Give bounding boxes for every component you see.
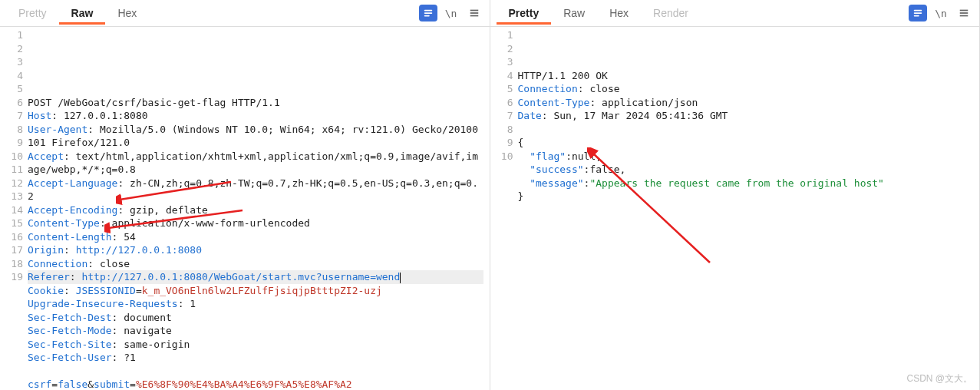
tab-hex[interactable]: Hex	[597, 2, 641, 25]
code-token: : document	[112, 312, 172, 323]
response-code[interactable]: HTTP/1.1 200 OKConnection: closeContent-…	[518, 28, 980, 390]
code-line[interactable]: Date: Sun, 17 Mar 2024 05:41:36 GMT	[518, 109, 974, 123]
code-token: : Sun, 17 Mar 2024 05:41:36 GMT	[542, 110, 728, 121]
code-line[interactable]: Sec-Fetch-User: ?1	[28, 351, 483, 365]
code-line[interactable]: csrf=false&submit=%E6%8F%90%E4%BA%A4%E6%…	[28, 378, 483, 390]
svg-rect-13	[960, 15, 968, 17]
line-number: 8	[490, 123, 513, 137]
code-token: =	[51, 378, 58, 390]
svg-rect-1	[424, 12, 432, 14]
code-token: : 54	[112, 231, 136, 243]
tab-pretty[interactable]: Pretty	[497, 2, 552, 25]
code-line[interactable]	[28, 365, 483, 378]
request-code[interactable]: POST /WebGoat/csrf/basic-get-flag HTTP/1…	[28, 28, 490, 390]
hamburger-icon[interactable]	[465, 5, 483, 21]
code-token: : navigate	[112, 325, 172, 336]
code-token: Content-Type	[518, 97, 590, 108]
tab-raw[interactable]: Raw	[551, 2, 597, 25]
line-number: 4	[490, 69, 513, 83]
code-line[interactable]: Connection: close	[518, 82, 974, 96]
code-token: : text/html,application/xhtml+xml,applic…	[28, 150, 478, 176]
code-line[interactable]: Host: 127.0.0.1:8080	[28, 109, 483, 123]
code-line[interactable]: Sec-Fetch-Mode: navigate	[28, 324, 483, 338]
response-editor[interactable]: 12345678910 HTTP/1.1 200 OKConnection: c…	[490, 27, 980, 390]
code-token: POST /WebGoat/csrf/basic-get-flag HTTP/1…	[28, 97, 280, 108]
code-line[interactable]	[518, 123, 974, 137]
code-token: Connection	[28, 258, 87, 269]
line-number: 4	[0, 69, 23, 83]
code-token: false	[589, 164, 619, 175]
text-cursor	[400, 273, 401, 283]
code-line[interactable]: "message":"Appears the request came from…	[518, 177, 974, 190]
code-line[interactable]: User-Agent: Mozilla/5.0 (Windows NT 10.0…	[28, 123, 483, 150]
code-line[interactable]: Sec-Fetch-Site: same-origin	[28, 338, 483, 352]
hamburger-icon[interactable]	[955, 5, 973, 21]
line-number: 12	[0, 177, 23, 190]
line-number: 10	[0, 150, 23, 164]
code-token: }	[518, 190, 524, 202]
code-line[interactable]: Content-Type: application/json	[518, 96, 974, 110]
code-line[interactable]: Referer: http://127.0.0.1:8080/WebGoat/s…	[28, 270, 483, 284]
line-number: 5	[0, 82, 23, 96]
code-line[interactable]: Sec-Fetch-Dest: document	[28, 311, 483, 325]
svg-rect-12	[960, 12, 968, 14]
tab-pretty[interactable]: Pretty	[6, 2, 59, 25]
line-number: 11	[0, 163, 23, 177]
code-token: : 127.0.0.1:8080	[51, 110, 147, 121]
response-gutter: 12345678910	[490, 28, 518, 390]
newline-toggle-icon[interactable]: \n	[442, 5, 460, 21]
code-token: Referer	[28, 271, 70, 283]
code-line[interactable]: Accept: text/html,application/xhtml+xml,…	[28, 150, 483, 177]
code-line[interactable]: {	[518, 136, 974, 150]
svg-rect-9	[914, 12, 922, 14]
tab-raw[interactable]: Raw	[59, 2, 106, 25]
code-line[interactable]: Cookie: JSESSIONID=k_m_VO6nEln6lw2LFZulf…	[28, 284, 483, 298]
code-line[interactable]: "flag":null,	[518, 150, 974, 164]
code-token: ,	[620, 164, 626, 175]
code-line[interactable]: POST /WebGoat/csrf/basic-get-flag HTTP/1…	[28, 96, 483, 110]
line-number: 9	[0, 136, 23, 150]
watermark: CSDN @文大。	[906, 372, 972, 385]
request-pane: Pretty Raw Hex \n 1234567891011121314151…	[0, 0, 490, 390]
line-number: 1	[0, 28, 23, 42]
code-token: : application/json	[589, 97, 698, 108]
code-token: : Mozilla/5.0 (Windows NT 10.0; Win64; x…	[28, 124, 478, 149]
code-token: Cookie	[28, 285, 64, 296]
code-token: {	[518, 137, 524, 148]
line-number: 3	[0, 55, 23, 69]
line-number: 2	[490, 42, 513, 56]
code-token: csrf	[28, 378, 51, 390]
code-line[interactable]: HTTP/1.1 200 OK	[518, 69, 974, 83]
code-line[interactable]: Accept-Encoding: gzip, deflate	[28, 203, 483, 217]
code-token: submit	[94, 378, 130, 390]
svg-rect-11	[960, 10, 968, 12]
svg-rect-4	[470, 12, 478, 14]
code-token: Accept-Language	[28, 177, 117, 189]
line-number: 6	[0, 96, 23, 110]
code-token: : close	[578, 83, 620, 94]
code-line[interactable]: Content-Type: application/x-www-form-url…	[28, 216, 483, 230]
code-token: : ?1	[112, 352, 136, 363]
tab-render[interactable]: Render	[641, 2, 701, 25]
svg-rect-2	[424, 15, 429, 17]
svg-rect-3	[470, 10, 478, 12]
code-line[interactable]: Upgrade-Insecure-Requests: 1	[28, 297, 483, 311]
actions-icon[interactable]	[909, 5, 927, 21]
newline-toggle-icon[interactable]: \n	[932, 5, 950, 21]
tab-hex[interactable]: Hex	[105, 2, 149, 25]
code-token: : 1	[178, 298, 196, 309]
code-line[interactable]: Accept-Language: zh-CN,zh;q=0.8,zh-TW;q=…	[28, 177, 483, 203]
code-line[interactable]: Origin: http://127.0.0.1:8080	[28, 243, 483, 257]
code-token	[518, 150, 530, 162]
code-line[interactable]: "success":false,	[518, 163, 974, 177]
code-token: :	[64, 244, 76, 256]
code-line[interactable]: }	[518, 190, 974, 203]
code-line[interactable]: Connection: close	[28, 257, 483, 271]
line-number: 17	[0, 243, 23, 257]
actions-icon[interactable]	[419, 5, 437, 21]
code-token: =	[130, 378, 136, 390]
request-editor[interactable]: 12345678910111213141516171819 POST /WebG…	[0, 27, 490, 390]
code-line[interactable]: Content-Length: 54	[28, 230, 483, 244]
code-token: Upgrade-Insecure-Requests	[28, 298, 178, 309]
code-token: Content-Length	[28, 231, 112, 243]
